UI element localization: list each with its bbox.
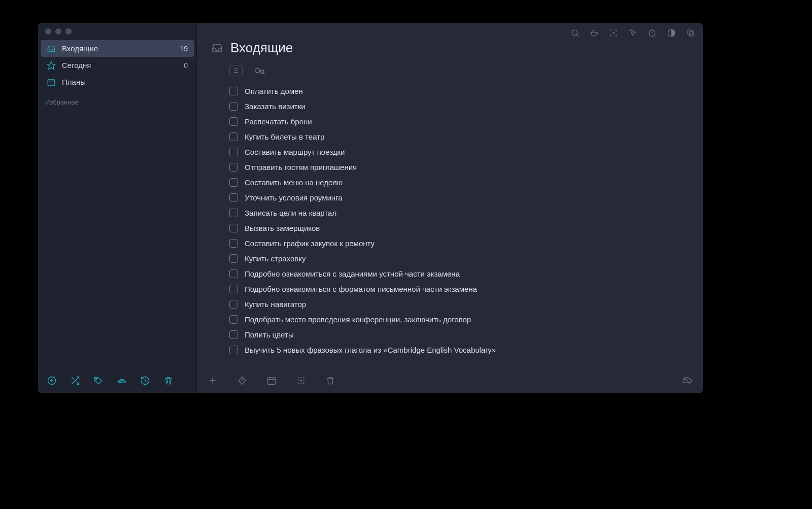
calendar-icon[interactable] [266,375,277,386]
sidebar-item-label: Планы [62,78,188,86]
task-row[interactable]: Записать цели на квартал [229,205,703,220]
task-title: Уточнить условия роуминга [245,193,343,202]
task-checkbox[interactable] [229,285,238,293]
sidebar-item-label: Сегодня [62,61,184,70]
task-checkbox[interactable] [229,132,238,141]
view-list-button[interactable] [229,65,243,76]
pointer-icon[interactable] [628,28,638,38]
search-icon[interactable] [570,28,580,38]
task-row[interactable]: Вызвать замерщиков [229,220,703,235]
cloud-off-icon[interactable] [682,375,693,386]
sidebar-section-favorites: Избранное [38,90,196,109]
task-checkbox[interactable] [229,269,238,278]
sidebar-item-today[interactable]: Сегодня 0 [41,57,194,74]
task-row[interactable]: Купить билеты в театр [229,129,703,144]
timer-icon[interactable] [647,28,657,38]
svg-point-5 [613,32,615,34]
trash-icon[interactable] [163,375,174,386]
svg-rect-8 [689,31,694,36]
add-circle-icon[interactable] [46,375,57,386]
task-row[interactable]: Оплатить домен [229,83,703,98]
task-title: Составить график закупок к ремонту [245,239,375,248]
sidebar: Входящие 19 Сегодня 0 Планы Избранное [38,23,197,393]
sidebar-item-count: 19 [180,45,188,53]
task-row[interactable]: Составить меню на неделю [229,175,703,190]
sidebar-spacer [38,109,196,367]
task-checkbox[interactable] [229,117,238,126]
task-title: Полить цветы [245,330,294,339]
svg-marker-0 [48,61,55,69]
tag-icon[interactable] [93,375,104,386]
add-icon[interactable] [207,375,218,386]
app-window: Входящие 19 Сегодня 0 Планы Избранное [38,23,703,393]
inbox-icon [211,42,223,54]
svg-point-4 [572,30,578,36]
coffee-icon[interactable] [589,28,599,38]
task-checkbox[interactable] [229,300,238,309]
svg-rect-12 [268,378,276,384]
task-checkbox[interactable] [229,102,238,111]
history-icon[interactable] [140,375,151,386]
svg-point-3 [96,378,97,379]
task-title: Заказать визитки [245,102,306,111]
star-icon [46,61,57,70]
shuffle-icon[interactable] [70,375,81,386]
task-list: Оплатить домен Заказать визитки Распечат… [197,80,703,357]
diamond-icon[interactable] [236,375,248,386]
window-minimize-button[interactable] [55,28,61,35]
focus-icon[interactable] [608,28,619,38]
copy-icon[interactable] [686,28,696,38]
task-checkbox[interactable] [229,315,238,324]
sidebar-item-inbox[interactable]: Входящие 19 [41,40,194,57]
task-row[interactable]: Купить страховку [229,251,703,266]
main-bottom-left [207,375,336,386]
target-icon[interactable] [295,375,307,386]
calendar-icon [46,78,57,87]
task-row[interactable]: Распечатать брони [229,114,703,129]
task-title: Купить билеты в театр [245,132,324,141]
task-title: Записать цели на квартал [245,209,336,217]
task-title: Выучить 5 новых фразовых глагола из «Cam… [245,346,496,354]
task-title: Подробно ознакомиться с заданиями устной… [245,269,460,278]
list-subtoolbar [197,56,703,80]
main-panel: Входящие Оплатить домен Заказать визитки… [197,23,703,393]
task-row[interactable]: Купить навигатор [229,296,703,312]
task-checkbox[interactable] [229,178,238,187]
task-checkbox[interactable] [229,148,238,156]
task-checkbox[interactable] [229,87,238,95]
sidebar-item-plans[interactable]: Планы [41,74,194,90]
task-checkbox[interactable] [229,346,238,354]
task-checkbox[interactable] [229,193,238,202]
task-row[interactable]: Заказать визитки [229,98,703,114]
task-title: Подобрать место проведения конференции, … [245,315,471,324]
task-checkbox[interactable] [229,330,238,339]
filter-search-icon[interactable] [254,65,266,76]
task-title: Вызвать замерщиков [245,224,320,232]
task-checkbox[interactable] [229,163,238,172]
svg-rect-9 [688,30,692,35]
window-close-button[interactable] [45,28,51,35]
sidebar-item-count: 0 [184,61,188,70]
task-row[interactable]: Полить цветы [229,327,703,342]
task-checkbox[interactable] [229,254,238,263]
task-row[interactable]: Выучить 5 новых фразовых глагола из «Cam… [229,342,703,357]
task-row[interactable]: Подробно ознакомиться с заданиями устной… [229,266,703,281]
task-checkbox[interactable] [229,224,238,232]
task-row[interactable]: Уточнить условия роуминга [229,190,703,205]
rainbow-icon[interactable] [116,375,127,386]
top-toolbar [570,28,696,38]
task-checkbox[interactable] [229,239,238,248]
trash-icon[interactable] [325,375,336,386]
contrast-icon[interactable] [666,28,676,38]
sidebar-item-label: Входящие [62,44,180,53]
task-row[interactable]: Составить маршрут поездки [229,144,703,159]
task-checkbox[interactable] [229,209,238,217]
window-zoom-button[interactable] [65,28,72,35]
task-row[interactable]: Отправить гостям приглашения [229,159,703,175]
task-row[interactable]: Подробно ознакомиться с форматом письмен… [229,281,703,296]
task-row[interactable]: Подобрать место проведения конференции, … [229,312,703,327]
task-row[interactable]: Составить график закупок к ремонту [229,235,703,251]
main-bottom-right [682,375,693,386]
window-controls [38,23,196,40]
page-title: Входящие [230,40,293,56]
